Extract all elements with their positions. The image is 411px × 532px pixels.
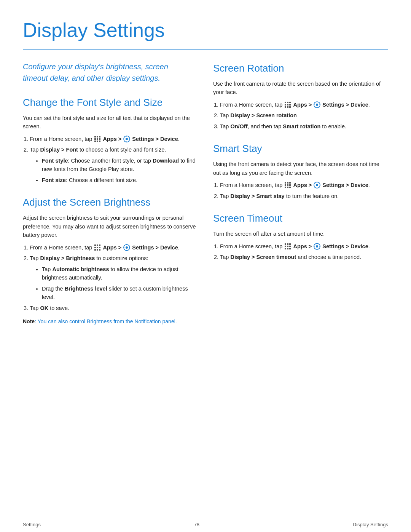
svg-rect-19 bbox=[94, 244, 96, 246]
svg-rect-57 bbox=[285, 182, 286, 184]
svg-point-73 bbox=[319, 187, 320, 188]
right-column: Screen Rotation Use the front camera to … bbox=[213, 61, 388, 265]
rotation-step-1: From a Home screen, tap bbox=[220, 101, 388, 109]
svg-rect-4 bbox=[97, 138, 98, 140]
svg-rect-27 bbox=[99, 249, 100, 251]
title-divider bbox=[23, 49, 388, 50]
timeout-step-1: From a Home screen, tap bbox=[220, 242, 388, 251]
svg-rect-79 bbox=[285, 246, 286, 247]
svg-point-75 bbox=[314, 187, 315, 188]
svg-point-51 bbox=[314, 104, 315, 105]
svg-rect-63 bbox=[285, 187, 286, 188]
brightness-bullets: Tap Automatic brightness to allow the de… bbox=[42, 265, 198, 302]
smartstay-body: Using the front camera to detect your fa… bbox=[213, 160, 388, 177]
svg-rect-62 bbox=[289, 184, 291, 186]
two-column-layout: Configure your display's brightness, scr… bbox=[23, 61, 388, 326]
settings-icon-timeout-1 bbox=[314, 243, 320, 250]
brightness-bullet-2: Drag the Brightness level slider to set … bbox=[42, 284, 198, 302]
apps-icon-rotation-1 bbox=[284, 101, 291, 108]
section-title-font: Change the Font Style and Size bbox=[23, 95, 198, 110]
svg-rect-38 bbox=[285, 102, 286, 103]
svg-point-72 bbox=[314, 183, 315, 184]
svg-rect-80 bbox=[287, 246, 288, 247]
svg-rect-76 bbox=[285, 243, 286, 245]
svg-point-12 bbox=[126, 141, 127, 142]
settings-icon-rotation-1 bbox=[314, 101, 320, 108]
timeout-body: Turn the screen off after a set amount o… bbox=[213, 230, 388, 238]
font-bullet-2: Font size: Choose a different font size. bbox=[42, 176, 198, 184]
svg-point-70 bbox=[314, 185, 315, 185]
svg-point-37 bbox=[124, 249, 125, 250]
svg-point-74 bbox=[319, 183, 320, 184]
svg-rect-59 bbox=[289, 182, 291, 184]
svg-rect-0 bbox=[94, 136, 96, 137]
svg-rect-84 bbox=[289, 248, 291, 249]
svg-point-34 bbox=[124, 245, 125, 246]
svg-point-94 bbox=[314, 248, 315, 249]
font-step-1: From a Home screen, tap bbox=[30, 135, 198, 143]
svg-point-88 bbox=[317, 249, 317, 249]
settings-icon-smartstay-1 bbox=[314, 182, 320, 189]
svg-point-87 bbox=[317, 243, 317, 244]
svg-rect-39 bbox=[287, 102, 288, 103]
svg-point-30 bbox=[126, 244, 127, 245]
timeout-step-2: Tap Display > Screen timeout and choose … bbox=[220, 253, 388, 261]
svg-rect-25 bbox=[94, 249, 96, 251]
svg-rect-65 bbox=[289, 187, 291, 188]
svg-point-67 bbox=[316, 184, 318, 186]
rotation-step-2: Tap Display > Screen rotation bbox=[220, 111, 388, 120]
svg-point-29 bbox=[126, 246, 128, 249]
svg-rect-40 bbox=[289, 102, 291, 103]
svg-rect-26 bbox=[97, 249, 98, 251]
svg-point-33 bbox=[129, 247, 130, 248]
svg-rect-61 bbox=[287, 184, 288, 186]
svg-rect-7 bbox=[97, 141, 98, 142]
font-step-2: Tap Display > Font to choose a font styl… bbox=[30, 145, 198, 184]
svg-point-54 bbox=[319, 107, 320, 107]
svg-rect-83 bbox=[287, 248, 288, 249]
rotation-step-3: Tap On/Off, and then tap Smart rotation … bbox=[220, 122, 388, 131]
svg-rect-23 bbox=[97, 247, 98, 248]
svg-point-35 bbox=[129, 249, 129, 250]
brightness-step-1: From a Home screen, tap bbox=[30, 243, 198, 252]
svg-rect-77 bbox=[287, 243, 288, 245]
brightness-steps: From a Home screen, tap bbox=[30, 243, 198, 312]
section-title-smartstay: Smart Stay bbox=[213, 141, 388, 156]
timeout-steps: From a Home screen, tap bbox=[220, 242, 388, 262]
brightness-note: Note: You can also control Brightness fr… bbox=[23, 318, 198, 326]
font-bullets: Font style: Choose another font style, o… bbox=[42, 157, 198, 184]
svg-rect-21 bbox=[99, 244, 100, 246]
section-title-rotation: Screen Rotation bbox=[213, 61, 388, 76]
svg-point-55 bbox=[319, 102, 320, 103]
svg-rect-42 bbox=[287, 104, 288, 105]
svg-rect-22 bbox=[94, 247, 96, 248]
svg-point-18 bbox=[124, 141, 125, 142]
svg-point-49 bbox=[317, 101, 317, 102]
svg-point-31 bbox=[126, 250, 127, 251]
svg-rect-45 bbox=[287, 106, 288, 108]
footer-left: Settings bbox=[23, 521, 41, 529]
svg-rect-78 bbox=[289, 243, 291, 245]
rotation-body: Use the front camera to rotate the scree… bbox=[213, 80, 388, 97]
smartstay-steps: From a Home screen, tap bbox=[220, 181, 388, 200]
svg-point-14 bbox=[129, 139, 130, 139]
footer-right: Display Settings bbox=[353, 521, 388, 529]
svg-point-48 bbox=[316, 104, 318, 106]
svg-rect-81 bbox=[289, 246, 291, 247]
svg-point-90 bbox=[320, 246, 320, 247]
section-title-timeout: Screen Timeout bbox=[213, 211, 388, 226]
svg-rect-8 bbox=[99, 141, 100, 142]
page-title: Display Settings bbox=[23, 15, 388, 45]
brightness-step-2: Tap Display > Brightness to customize op… bbox=[30, 254, 198, 301]
apps-icon-brightness-1 bbox=[94, 244, 101, 251]
footer: Settings 78 Display Settings bbox=[0, 517, 411, 532]
svg-point-52 bbox=[320, 104, 320, 105]
svg-point-32 bbox=[124, 247, 124, 248]
brightness-note-text: You can also control Brightness from the… bbox=[38, 318, 177, 324]
footer-center: 78 bbox=[194, 521, 199, 529]
svg-rect-1 bbox=[97, 136, 98, 137]
svg-point-93 bbox=[319, 244, 320, 244]
svg-rect-46 bbox=[289, 106, 291, 108]
section-title-brightness: Adjust the Screen Brightness bbox=[23, 195, 198, 210]
smartstay-step-2: Tap Display > Smart stay to turn the fea… bbox=[220, 192, 388, 200]
